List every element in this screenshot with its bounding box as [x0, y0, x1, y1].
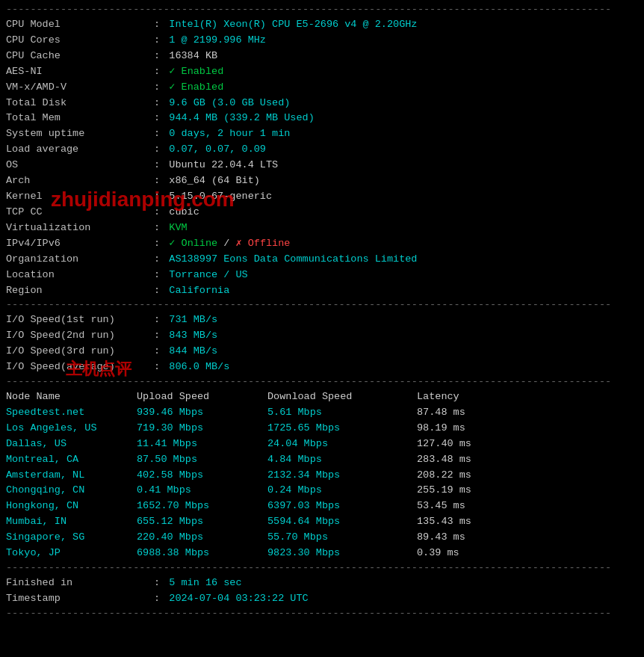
network-latency: 89.43 ms [417, 530, 507, 546]
network-upload: 0.41 Mbps [137, 483, 267, 499]
os-val: Ubuntu 22.04.4 LTS [169, 158, 278, 173]
network-upload: 87.50 Mbps [137, 452, 267, 468]
uptime-label: System uptime [6, 126, 148, 142]
region-label: Region [6, 283, 148, 299]
divider-io-top: ----------------------------------------… [6, 298, 638, 312]
network-row: Chongqing, CN 0.41 Mbps 0.24 Mbps 255.19… [6, 483, 638, 499]
io-run3-val: 844 MB/s [169, 344, 217, 360]
network-row: Tokyo, JP 6988.38 Mbps 9823.30 Mbps 0.39… [6, 546, 638, 561]
disk-row: Total Disk : 9.6 GB (3.0 GB Used) [6, 96, 638, 111]
vmx-label: VM-x/AMD-V [6, 80, 148, 96]
io-section: I/O Speed(1st run) : 731 MB/s I/O Speed(… [6, 312, 638, 375]
tcp-label: TCP CC [6, 205, 148, 220]
uptime-row: System uptime : 0 days, 2 hour 1 min [6, 126, 638, 142]
io-run3-row: I/O Speed(3rd run) : 844 MB/s [6, 344, 638, 360]
network-col-download-header: Download Speed [267, 389, 417, 405]
loc-label: Location [6, 268, 148, 283]
cpu-cache-label: CPU Cache [6, 49, 148, 64]
network-node: Dallas, US [6, 437, 137, 452]
network-latency: 283.48 ms [417, 452, 507, 468]
divider-bottom: ----------------------------------------… [6, 607, 638, 621]
tcp-row: TCP CC : cubic [6, 205, 638, 220]
sysinfo-section: CPU Model : Intel(R) Xeon(R) CPU E5-2696… [6, 17, 638, 299]
footer-section: Finished in : 5 min 16 sec Timestamp : 2… [6, 576, 638, 607]
network-latency: 127.40 ms [417, 437, 507, 452]
timestamp-label: Timestamp [6, 591, 148, 607]
network-node: Montreal, CA [6, 452, 137, 468]
network-node: Los Angeles, US [6, 421, 137, 437]
cpu-cache-val: 16384 KB [169, 49, 217, 64]
io-run2-label: I/O Speed(2nd run) [6, 328, 148, 344]
network-node: Amsterdam, NL [6, 468, 137, 484]
network-upload: 6988.38 Mbps [137, 546, 267, 561]
network-row: Amsterdam, NL 402.58 Mbps 2132.34 Mbps 2… [6, 468, 638, 484]
divider-footer-top: ----------------------------------------… [6, 561, 638, 576]
arch-val: x86_64 (64 Bit) [169, 173, 260, 189]
arch-label: Arch [6, 173, 148, 189]
network-row: Los Angeles, US 719.30 Mbps 1725.65 Mbps… [6, 421, 638, 437]
cpu-cores-val: 1 @ 2199.996 MHz [169, 33, 266, 49]
tcp-val: cubic [169, 205, 199, 220]
network-upload: 655.12 Mbps [137, 514, 267, 530]
ipv4-val: ✓ Online [169, 236, 217, 252]
cpu-model-val: Intel(R) Xeon(R) CPU E5-2696 v4 @ 2.20GH… [169, 17, 417, 33]
network-latency: 135.43 ms [417, 514, 507, 530]
io-run2-val: 843 MB/s [169, 328, 217, 344]
org-label: Organization [6, 252, 148, 268]
finished-row: Finished in : 5 min 16 sec [6, 576, 638, 591]
network-node: Chongqing, CN [6, 483, 137, 499]
cpu-cache-row: CPU Cache : 16384 KB [6, 49, 638, 64]
network-upload: 939.46 Mbps [137, 405, 267, 421]
io-run2-row: I/O Speed(2nd run) : 843 MB/s [6, 328, 638, 344]
network-download: 5.61 Mbps [267, 405, 417, 421]
io-run1-label: I/O Speed(1st run) [6, 312, 148, 328]
network-latency: 87.48 ms [417, 405, 507, 421]
finished-label: Finished in [6, 576, 148, 591]
network-row: Montreal, CA 87.50 Mbps 4.84 Mbps 283.48… [6, 452, 638, 468]
ipv-label: IPv4/IPv6 [6, 236, 148, 252]
virt-label: Virtualization [6, 220, 148, 236]
load-row: Load average : 0.07, 0.07, 0.09 [6, 142, 638, 158]
aes-label: AES-NI [6, 64, 148, 80]
network-download: 55.70 Mbps [267, 530, 417, 546]
mem-row: Total Mem : 944.4 MB (339.2 MB Used) [6, 111, 638, 126]
network-row: Hongkong, CN 1652.70 Mbps 6397.03 Mbps 5… [6, 499, 638, 514]
network-latency: 53.45 ms [417, 499, 507, 514]
loc-val: Torrance / US [169, 268, 247, 283]
virt-val: KVM [169, 220, 187, 236]
org-row: Organization : AS138997 Eons Data Commun… [6, 252, 638, 268]
mem-label: Total Mem [6, 111, 148, 126]
load-val: 0.07, 0.07, 0.09 [169, 142, 266, 158]
network-upload: 220.40 Mbps [137, 530, 267, 546]
cpu-cores-label: CPU Cores [6, 33, 148, 49]
network-row: Singapore, SG 220.40 Mbps 55.70 Mbps 89.… [6, 530, 638, 546]
load-label: Load average [6, 142, 148, 158]
io-run3-label: I/O Speed(3rd run) [6, 344, 148, 360]
network-download: 2132.34 Mbps [267, 468, 417, 484]
io-avg-label: I/O Speed(average) [6, 360, 148, 375]
network-latency: 255.19 ms [417, 483, 507, 499]
network-node: Singapore, SG [6, 530, 137, 546]
os-label: OS [6, 158, 148, 173]
network-download: 0.24 Mbps [267, 483, 417, 499]
network-upload: 402.58 Mbps [137, 468, 267, 484]
network-download: 9823.30 Mbps [267, 546, 417, 561]
network-row: Dallas, US 11.41 Mbps 24.04 Mbps 127.40 … [6, 437, 638, 452]
network-col-latency-header: Latency [417, 389, 507, 405]
region-val: California [169, 283, 229, 299]
org-val: AS138997 Eons Data Communications Limite… [169, 252, 417, 268]
aes-val: ✓ Enabled [169, 64, 223, 80]
network-download: 6397.03 Mbps [267, 499, 417, 514]
arch-row: Arch : x86_64 (64 Bit) [6, 173, 638, 189]
kernel-row: Kernel : 5.15.0-67-generic zhujidianping… [6, 189, 638, 205]
uptime-val: 0 days, 2 hour 1 min [169, 126, 290, 142]
network-row: Speedtest.net 939.46 Mbps 5.61 Mbps 87.4… [6, 405, 638, 421]
network-node: Mumbai, IN [6, 514, 137, 530]
cpu-cores-row: CPU Cores : 1 @ 2199.996 MHz [6, 33, 638, 49]
finished-val: 5 min 16 sec [169, 576, 241, 591]
virt-row: Virtualization : KVM [6, 220, 638, 236]
io-run1-row: I/O Speed(1st run) : 731 MB/s [6, 312, 638, 328]
network-upload: 1652.70 Mbps [137, 499, 267, 514]
divider-top: ----------------------------------------… [6, 3, 638, 17]
network-download: 1725.65 Mbps [267, 421, 417, 437]
